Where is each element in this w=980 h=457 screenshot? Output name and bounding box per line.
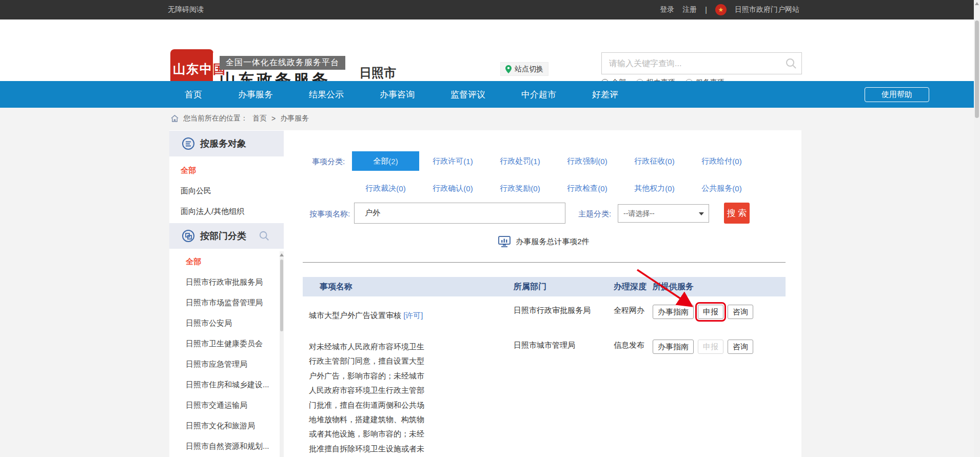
city-name: 日照市 (359, 65, 396, 81)
tab-count: (0) (396, 184, 405, 193)
keyword-search-input[interactable] (602, 53, 776, 74)
result-summary: 办事服务总计事项2件 (303, 236, 785, 248)
department-item[interactable]: 日照市自然资源和规划... (169, 436, 280, 456)
item-name-text[interactable]: 城市大型户外广告设置审核 (309, 311, 403, 320)
department-item[interactable]: 日照市行政审批服务局 (169, 272, 280, 292)
service-button-申报[interactable]: 申报 (698, 305, 723, 319)
department-item[interactable]: 全部 (169, 251, 280, 272)
service-target-item[interactable]: 全部 (169, 160, 284, 181)
page-scrollbar[interactable] (974, 0, 980, 457)
category-tab-行政奖励[interactable]: 行政奖励(0) (486, 178, 554, 198)
page: 无障碍阅读 登录 注册 | ★ 日照市政府门户网站 山东中国 全国一体化在线政务… (0, 0, 980, 457)
divider-line (303, 262, 786, 263)
site-switch-label: 站点切换 (515, 65, 543, 74)
page-scroll-up-icon[interactable] (974, 0, 980, 7)
table-header-cell: 事项名称 (303, 282, 514, 292)
breadcrumb-home[interactable]: 首页 (252, 114, 267, 123)
topic-label: 主题分类: (578, 209, 611, 219)
help-button[interactable]: 使用帮助 (865, 87, 929, 102)
tab-label: 行政征收 (634, 156, 665, 166)
item-name-tag[interactable]: [许可] (403, 311, 423, 320)
service-button-申报: 申报 (698, 340, 723, 354)
service-buttons: 办事指南申报咨询 (653, 340, 786, 457)
tab-count: (0) (732, 184, 741, 193)
nav-item-办事服务[interactable]: 办事服务 (238, 89, 273, 101)
nav-item-结果公示[interactable]: 结果公示 (309, 89, 344, 101)
search-icon[interactable] (785, 57, 797, 70)
category-tab-全部[interactable]: 全部(2) (352, 151, 419, 171)
department-item[interactable]: 日照市市场监督管理局 (169, 292, 280, 313)
category-tab-行政征收[interactable]: 行政征收(0) (621, 151, 688, 171)
tab-label: 公共服务 (701, 184, 732, 193)
category-tab-其他权力[interactable]: 其他权力(0) (621, 178, 688, 198)
sidebar-header-service-target: 按服务对象 (169, 131, 284, 156)
topic-select[interactable]: --请选择-- (618, 204, 709, 223)
accessibility-link[interactable]: 无障碍阅读 (168, 5, 204, 14)
sidebar-scroll-up-icon[interactable] (280, 251, 284, 259)
item-name-text[interactable]: 对未经城市人民政府市容环境卫生行政主管部门同意，擅自设置大型户外广告，影响市容的… (309, 342, 424, 457)
sidebar-scroll-thumb[interactable] (280, 260, 283, 331)
tab-count: (1) (531, 157, 540, 166)
service-button-办事指南[interactable]: 办事指南 (653, 340, 694, 354)
tab-count: (0) (598, 184, 607, 193)
table-header-cell: 所提供服务 (653, 282, 786, 292)
category-tab-行政处罚[interactable]: 行政处罚(1) (486, 151, 554, 171)
department-item[interactable]: 日照市应急管理局 (169, 354, 280, 374)
item-dept-cell: 日照市城市管理局 (514, 340, 614, 457)
department-item[interactable]: 日照市交通运输局 (169, 395, 280, 415)
service-button-咨询[interactable]: 咨询 (728, 340, 753, 354)
nav-item-好差评[interactable]: 好差评 (592, 89, 618, 101)
service-button-咨询[interactable]: 咨询 (728, 305, 753, 319)
item-name-cell[interactable]: 对未经城市人民政府市容环境卫生行政主管部门同意，擅自设置大型户外广告，影响市容的… (303, 340, 431, 457)
keyword-search-box (601, 52, 802, 74)
tab-label: 行政确认 (433, 184, 463, 193)
department-item[interactable]: 日照市卫生健康委员会 (169, 333, 280, 354)
category-tab-行政裁决[interactable]: 行政裁决(0) (352, 178, 419, 198)
tab-label: 行政许可 (433, 156, 463, 166)
nav-item-首页[interactable]: 首页 (185, 89, 202, 101)
sidebar-scrollbar[interactable] (280, 251, 284, 457)
item-depth-cell: 全程网办 (614, 305, 653, 326)
category-tabs-row1: 全部(2)行政许可(1)行政处罚(1)行政强制(0)行政征收(0)行政给付(0) (352, 151, 755, 171)
tab-label: 行政处罚 (500, 156, 531, 166)
nav-item-办事咨询[interactable]: 办事咨询 (380, 89, 415, 101)
search-button[interactable]: 搜 索 (724, 203, 750, 224)
department-item[interactable]: 日照市公安局 (169, 313, 280, 333)
chevron-down-icon (699, 212, 704, 215)
nav-item-中介超市[interactable]: 中介超市 (521, 89, 556, 101)
tab-count: (0) (463, 184, 473, 193)
site-switch-button[interactable]: 站点切换 (500, 62, 548, 76)
department-search-icon[interactable] (259, 230, 270, 242)
category-tab-行政强制[interactable]: 行政强制(0) (554, 151, 621, 171)
nav-items: 首页办事服务结果公示办事咨询监督评议中介超市好差评 (185, 81, 618, 108)
service-button-办事指南[interactable]: 办事指南 (653, 305, 694, 319)
service-target-icon (182, 137, 195, 150)
category-tab-公共服务[interactable]: 公共服务(0) (688, 178, 755, 198)
department-list: 全部日照市行政审批服务局日照市市场监督管理局日照市公安局日照市卫生健康委员会日照… (169, 251, 280, 457)
register-link[interactable]: 注册 (682, 5, 697, 14)
breadcrumb-prefix: 您当前所在的位置： (183, 114, 248, 123)
service-target-item[interactable]: 面向法人/其他组织 (169, 201, 284, 222)
breadcrumb-current: 办事服务 (280, 114, 309, 123)
page-scroll-thumb[interactable] (975, 21, 979, 118)
department-item[interactable]: 日照市住房和城乡建设... (169, 374, 280, 395)
category-tab-行政确认[interactable]: 行政确认(0) (419, 178, 486, 198)
login-link[interactable]: 登录 (660, 5, 674, 14)
nav-item-监督评议[interactable]: 监督评议 (450, 89, 485, 101)
item-name-cell[interactable]: 城市大型户外广告设置审核 [许可] (303, 305, 431, 326)
category-tab-行政检查[interactable]: 行政检查(0) (554, 178, 621, 198)
category-tab-行政给付[interactable]: 行政给付(0) (688, 151, 755, 171)
tab-count: (0) (531, 184, 540, 193)
tab-label: 行政裁决 (365, 184, 396, 193)
table-header-cell: 所属部门 (514, 282, 614, 292)
service-target-item[interactable]: 面向公民 (169, 181, 284, 201)
tab-label: 全部 (373, 156, 388, 166)
item-name-input[interactable] (354, 203, 565, 224)
portal-link[interactable]: 日照市政府门户网站 (735, 5, 799, 14)
department-item[interactable]: 日照市文化和旅游局 (169, 415, 280, 436)
tab-count: (0) (732, 157, 741, 166)
topbar-divider: | (705, 6, 707, 14)
sidebar-title-service-target: 按服务对象 (200, 137, 246, 150)
site-header: 山东中国 全国一体化在线政务服务平台 山东政务服务 日照市 站点切换 全部权力事… (0, 19, 980, 81)
category-tab-行政许可[interactable]: 行政许可(1) (419, 151, 486, 171)
